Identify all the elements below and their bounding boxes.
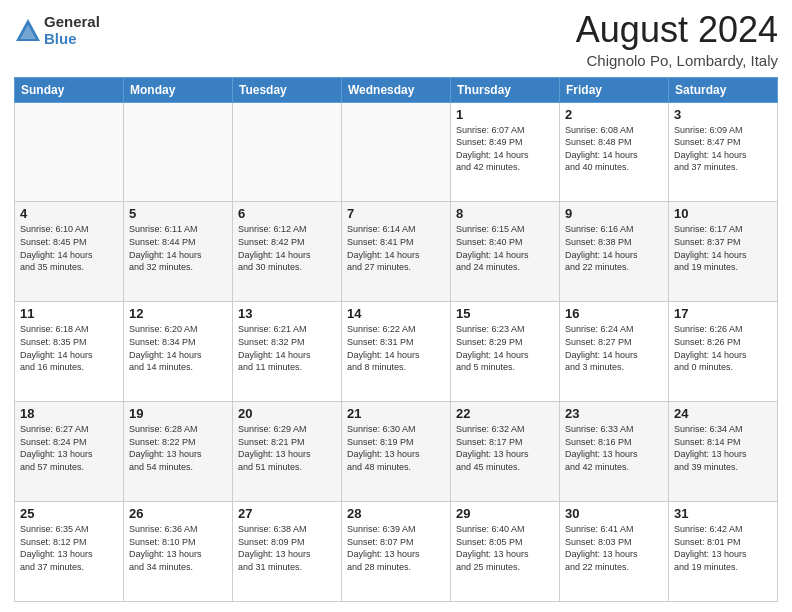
day-info: Sunrise: 6:36 AM Sunset: 8:10 PM Dayligh… xyxy=(129,523,227,573)
day-number: 10 xyxy=(674,206,772,221)
day-number: 31 xyxy=(674,506,772,521)
month-title: August 2024 xyxy=(576,10,778,50)
calendar-table: SundayMondayTuesdayWednesdayThursdayFrid… xyxy=(14,77,778,602)
day-number: 5 xyxy=(129,206,227,221)
calendar-cell: 22Sunrise: 6:32 AM Sunset: 8:17 PM Dayli… xyxy=(451,402,560,502)
day-number: 13 xyxy=(238,306,336,321)
day-info: Sunrise: 6:10 AM Sunset: 8:45 PM Dayligh… xyxy=(20,223,118,273)
day-info: Sunrise: 6:33 AM Sunset: 8:16 PM Dayligh… xyxy=(565,423,663,473)
calendar-cell: 14Sunrise: 6:22 AM Sunset: 8:31 PM Dayli… xyxy=(342,302,451,402)
calendar-cell: 25Sunrise: 6:35 AM Sunset: 8:12 PM Dayli… xyxy=(15,502,124,602)
calendar-cell: 7Sunrise: 6:14 AM Sunset: 8:41 PM Daylig… xyxy=(342,202,451,302)
weekday-header: Wednesday xyxy=(342,77,451,102)
calendar-week: 25Sunrise: 6:35 AM Sunset: 8:12 PM Dayli… xyxy=(15,502,778,602)
weekday-header: Thursday xyxy=(451,77,560,102)
calendar-week: 1Sunrise: 6:07 AM Sunset: 8:49 PM Daylig… xyxy=(15,102,778,202)
calendar-cell: 3Sunrise: 6:09 AM Sunset: 8:47 PM Daylig… xyxy=(669,102,778,202)
weekday-header: Monday xyxy=(124,77,233,102)
day-number: 18 xyxy=(20,406,118,421)
location: Chignolo Po, Lombardy, Italy xyxy=(576,52,778,69)
calendar-cell: 29Sunrise: 6:40 AM Sunset: 8:05 PM Dayli… xyxy=(451,502,560,602)
day-number: 2 xyxy=(565,107,663,122)
page: General Blue August 2024 Chignolo Po, Lo… xyxy=(0,0,792,612)
calendar-cell xyxy=(15,102,124,202)
calendar-cell: 19Sunrise: 6:28 AM Sunset: 8:22 PM Dayli… xyxy=(124,402,233,502)
calendar-cell: 30Sunrise: 6:41 AM Sunset: 8:03 PM Dayli… xyxy=(560,502,669,602)
calendar-cell: 2Sunrise: 6:08 AM Sunset: 8:48 PM Daylig… xyxy=(560,102,669,202)
day-info: Sunrise: 6:21 AM Sunset: 8:32 PM Dayligh… xyxy=(238,323,336,373)
calendar-week: 18Sunrise: 6:27 AM Sunset: 8:24 PM Dayli… xyxy=(15,402,778,502)
calendar-cell: 23Sunrise: 6:33 AM Sunset: 8:16 PM Dayli… xyxy=(560,402,669,502)
calendar-cell: 8Sunrise: 6:15 AM Sunset: 8:40 PM Daylig… xyxy=(451,202,560,302)
logo-icon xyxy=(14,17,42,45)
calendar-cell: 1Sunrise: 6:07 AM Sunset: 8:49 PM Daylig… xyxy=(451,102,560,202)
calendar-cell: 26Sunrise: 6:36 AM Sunset: 8:10 PM Dayli… xyxy=(124,502,233,602)
calendar-cell: 20Sunrise: 6:29 AM Sunset: 8:21 PM Dayli… xyxy=(233,402,342,502)
calendar-cell xyxy=(342,102,451,202)
day-number: 20 xyxy=(238,406,336,421)
calendar-cell: 15Sunrise: 6:23 AM Sunset: 8:29 PM Dayli… xyxy=(451,302,560,402)
day-info: Sunrise: 6:11 AM Sunset: 8:44 PM Dayligh… xyxy=(129,223,227,273)
day-info: Sunrise: 6:32 AM Sunset: 8:17 PM Dayligh… xyxy=(456,423,554,473)
calendar-week: 4Sunrise: 6:10 AM Sunset: 8:45 PM Daylig… xyxy=(15,202,778,302)
day-number: 23 xyxy=(565,406,663,421)
weekday-header: Tuesday xyxy=(233,77,342,102)
day-number: 12 xyxy=(129,306,227,321)
day-info: Sunrise: 6:38 AM Sunset: 8:09 PM Dayligh… xyxy=(238,523,336,573)
day-number: 29 xyxy=(456,506,554,521)
day-number: 7 xyxy=(347,206,445,221)
weekday-header: Sunday xyxy=(15,77,124,102)
weekday-header: Friday xyxy=(560,77,669,102)
calendar-cell: 6Sunrise: 6:12 AM Sunset: 8:42 PM Daylig… xyxy=(233,202,342,302)
day-number: 16 xyxy=(565,306,663,321)
calendar-cell xyxy=(124,102,233,202)
day-info: Sunrise: 6:16 AM Sunset: 8:38 PM Dayligh… xyxy=(565,223,663,273)
logo: General Blue xyxy=(14,14,100,47)
day-info: Sunrise: 6:23 AM Sunset: 8:29 PM Dayligh… xyxy=(456,323,554,373)
logo-blue: Blue xyxy=(44,31,100,48)
day-info: Sunrise: 6:17 AM Sunset: 8:37 PM Dayligh… xyxy=(674,223,772,273)
calendar-cell: 28Sunrise: 6:39 AM Sunset: 8:07 PM Dayli… xyxy=(342,502,451,602)
calendar-cell: 13Sunrise: 6:21 AM Sunset: 8:32 PM Dayli… xyxy=(233,302,342,402)
calendar-cell: 17Sunrise: 6:26 AM Sunset: 8:26 PM Dayli… xyxy=(669,302,778,402)
day-info: Sunrise: 6:29 AM Sunset: 8:21 PM Dayligh… xyxy=(238,423,336,473)
day-number: 21 xyxy=(347,406,445,421)
logo-text: General Blue xyxy=(44,14,100,47)
day-number: 15 xyxy=(456,306,554,321)
day-number: 4 xyxy=(20,206,118,221)
day-number: 1 xyxy=(456,107,554,122)
day-info: Sunrise: 6:28 AM Sunset: 8:22 PM Dayligh… xyxy=(129,423,227,473)
weekday-header: Saturday xyxy=(669,77,778,102)
calendar-cell: 31Sunrise: 6:42 AM Sunset: 8:01 PM Dayli… xyxy=(669,502,778,602)
calendar-cell: 16Sunrise: 6:24 AM Sunset: 8:27 PM Dayli… xyxy=(560,302,669,402)
day-info: Sunrise: 6:41 AM Sunset: 8:03 PM Dayligh… xyxy=(565,523,663,573)
calendar-cell: 21Sunrise: 6:30 AM Sunset: 8:19 PM Dayli… xyxy=(342,402,451,502)
day-number: 25 xyxy=(20,506,118,521)
title-block: August 2024 Chignolo Po, Lombardy, Italy xyxy=(576,10,778,69)
day-info: Sunrise: 6:42 AM Sunset: 8:01 PM Dayligh… xyxy=(674,523,772,573)
day-info: Sunrise: 6:12 AM Sunset: 8:42 PM Dayligh… xyxy=(238,223,336,273)
day-number: 8 xyxy=(456,206,554,221)
day-info: Sunrise: 6:27 AM Sunset: 8:24 PM Dayligh… xyxy=(20,423,118,473)
day-info: Sunrise: 6:24 AM Sunset: 8:27 PM Dayligh… xyxy=(565,323,663,373)
day-number: 26 xyxy=(129,506,227,521)
day-info: Sunrise: 6:14 AM Sunset: 8:41 PM Dayligh… xyxy=(347,223,445,273)
day-number: 19 xyxy=(129,406,227,421)
day-info: Sunrise: 6:08 AM Sunset: 8:48 PM Dayligh… xyxy=(565,124,663,174)
header: General Blue August 2024 Chignolo Po, Lo… xyxy=(14,10,778,69)
day-info: Sunrise: 6:34 AM Sunset: 8:14 PM Dayligh… xyxy=(674,423,772,473)
day-number: 3 xyxy=(674,107,772,122)
day-info: Sunrise: 6:20 AM Sunset: 8:34 PM Dayligh… xyxy=(129,323,227,373)
logo-general: General xyxy=(44,14,100,31)
day-info: Sunrise: 6:22 AM Sunset: 8:31 PM Dayligh… xyxy=(347,323,445,373)
day-info: Sunrise: 6:18 AM Sunset: 8:35 PM Dayligh… xyxy=(20,323,118,373)
calendar-cell: 4Sunrise: 6:10 AM Sunset: 8:45 PM Daylig… xyxy=(15,202,124,302)
day-number: 22 xyxy=(456,406,554,421)
day-info: Sunrise: 6:30 AM Sunset: 8:19 PM Dayligh… xyxy=(347,423,445,473)
calendar-cell: 11Sunrise: 6:18 AM Sunset: 8:35 PM Dayli… xyxy=(15,302,124,402)
day-info: Sunrise: 6:40 AM Sunset: 8:05 PM Dayligh… xyxy=(456,523,554,573)
day-number: 6 xyxy=(238,206,336,221)
calendar-cell: 12Sunrise: 6:20 AM Sunset: 8:34 PM Dayli… xyxy=(124,302,233,402)
day-info: Sunrise: 6:26 AM Sunset: 8:26 PM Dayligh… xyxy=(674,323,772,373)
calendar-cell: 10Sunrise: 6:17 AM Sunset: 8:37 PM Dayli… xyxy=(669,202,778,302)
